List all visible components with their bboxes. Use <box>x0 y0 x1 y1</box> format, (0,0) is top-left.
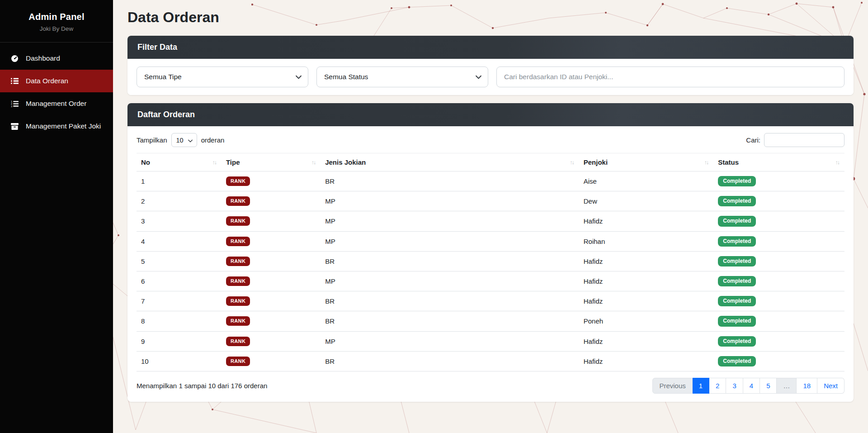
pagination-page-18[interactable]: 18 <box>797 378 817 394</box>
cell-tipe: RANK <box>222 331 321 351</box>
cell-status: Completed <box>713 351 844 371</box>
pagination-page-2[interactable]: 2 <box>709 378 726 394</box>
column-header-penjoki[interactable]: Penjoki↑↓ <box>579 153 714 171</box>
pagination-page-4[interactable]: 4 <box>743 378 760 394</box>
tipe-filter-select[interactable]: Semua Tipe <box>137 67 308 87</box>
cell-status: Completed <box>713 211 844 231</box>
gauge-icon <box>10 55 19 62</box>
cell-tipe: RANK <box>222 291 321 311</box>
cell-no: 3 <box>137 211 222 231</box>
cell-status: Completed <box>713 331 844 351</box>
cell-jenis: BR <box>321 251 579 271</box>
orders-card-body: Tampilkan 10 orderan Cari: <box>127 126 854 402</box>
table-row: 8 RANK BR Poneh Completed <box>137 311 844 331</box>
sort-icon: ↑↓ <box>311 159 316 166</box>
tipe-badge: RANK <box>226 357 250 366</box>
cell-penjoki: Hafidz <box>579 251 714 271</box>
sort-icon: ↑↓ <box>212 159 217 166</box>
status-badge: Completed <box>718 336 756 347</box>
cell-status: Completed <box>713 251 844 271</box>
tipe-badge: RANK <box>226 176 250 186</box>
sidebar-item-label: Management Order <box>26 100 86 108</box>
sidebar-item-management-order[interactable]: 123 Management Order <box>0 92 113 115</box>
pagination-next[interactable]: Next <box>817 378 844 394</box>
table-row: 3 RANK MP Hafidz Completed <box>137 211 844 231</box>
tipe-badge: RANK <box>226 237 250 246</box>
column-header-no[interactable]: No↑↓ <box>137 153 222 171</box>
cell-tipe: RANK <box>222 351 321 371</box>
cell-penjoki: Hafidz <box>579 211 714 231</box>
filter-card-header: Filter Data <box>127 36 854 59</box>
sidebar-item-data-orderan[interactable]: Data Orderan <box>0 70 113 92</box>
cell-penjoki: Dew <box>579 191 714 211</box>
status-badge: Completed <box>718 256 756 266</box>
status-badge: Completed <box>718 316 756 326</box>
sidebar-item-dashboard[interactable]: Dashboard <box>0 47 113 70</box>
sidebar-item-management-paket-joki[interactable]: Management Paket Joki <box>0 115 113 138</box>
orders-card: Daftar Orderan Tampilkan 10 orderan Cari… <box>127 103 854 402</box>
pagination-ellipsis: … <box>777 378 797 394</box>
table-info: Menampilkan 1 sampai 10 dari 176 orderan <box>137 382 267 390</box>
cell-no: 7 <box>137 291 222 311</box>
sidebar: Admin Panel Joki By Dew Dashboard Data O… <box>0 0 113 433</box>
pagination: Previous 1 2 3 4 5 … 18 Next <box>652 378 844 394</box>
cell-jenis: MP <box>321 271 579 291</box>
cell-tipe: RANK <box>222 211 321 231</box>
tipe-badge: RANK <box>226 216 250 226</box>
pagination-page-5[interactable]: 5 <box>760 378 777 394</box>
table-search-input[interactable] <box>764 133 844 147</box>
tipe-filter-value: Semua Tipe <box>144 73 182 81</box>
cell-no: 2 <box>137 191 222 211</box>
cell-penjoki: Hafidz <box>579 271 714 291</box>
sidebar-item-label: Management Paket Joki <box>26 122 101 130</box>
length-label-after: orderan <box>201 136 225 144</box>
cell-tipe: RANK <box>222 271 321 291</box>
cell-jenis: BR <box>321 291 579 311</box>
status-badge: Completed <box>718 196 756 206</box>
cell-no: 10 <box>137 351 222 371</box>
sidebar-header: Admin Panel Joki By Dew <box>0 0 113 43</box>
table-row: 2 RANK MP Dew Completed <box>137 191 844 211</box>
page-length-select[interactable]: 10 <box>171 133 197 147</box>
column-header-tipe[interactable]: Tipe↑↓ <box>222 153 321 171</box>
sort-icon: ↑↓ <box>835 159 840 166</box>
column-header-jenis-jokian[interactable]: Jenis Jokian↑↓ <box>321 153 579 171</box>
pagination-page-1[interactable]: 1 <box>693 378 709 394</box>
table-row: 5 RANK BR Hafidz Completed <box>137 251 844 271</box>
table-row: 7 RANK BR Hafidz Completed <box>137 291 844 311</box>
status-badge: Completed <box>718 276 756 286</box>
tipe-badge: RANK <box>226 296 250 306</box>
cell-status: Completed <box>713 271 844 291</box>
table-row: 10 RANK BR Hafidz Completed <box>137 351 844 371</box>
column-header-status[interactable]: Status↑↓ <box>713 153 844 171</box>
chevron-down-icon <box>476 73 481 81</box>
cell-status: Completed <box>713 311 844 331</box>
cell-jenis: MP <box>321 191 579 211</box>
tipe-badge: RANK <box>226 257 250 266</box>
sidebar-item-label: Dashboard <box>26 54 60 62</box>
status-badge: Completed <box>718 236 756 247</box>
cell-penjoki: Roihan <box>579 231 714 251</box>
cell-status: Completed <box>713 231 844 251</box>
cell-penjoki: Hafidz <box>579 351 714 371</box>
page-length-control: Tampilkan 10 orderan <box>137 133 224 147</box>
pagination-page-3[interactable]: 3 <box>726 378 743 394</box>
cell-tipe: RANK <box>222 311 321 331</box>
table-search-control: Cari: <box>746 133 844 147</box>
cell-penjoki: Hafidz <box>579 331 714 351</box>
filter-search-input[interactable] <box>496 67 844 87</box>
cell-no: 4 <box>137 231 222 251</box>
table-row: 1 RANK BR Aise Completed <box>137 171 844 191</box>
cell-penjoki: Poneh <box>579 311 714 331</box>
tipe-badge: RANK <box>226 276 250 286</box>
table-row: 4 RANK MP Roihan Completed <box>137 231 844 251</box>
sort-icon: ↑↓ <box>704 159 709 166</box>
cell-no: 6 <box>137 271 222 291</box>
cell-no: 9 <box>137 331 222 351</box>
table-search-label: Cari: <box>746 136 760 144</box>
page-length-value: 10 <box>176 137 184 144</box>
cell-jenis: MP <box>321 211 579 231</box>
cell-no: 5 <box>137 251 222 271</box>
status-filter-select[interactable]: Semua Status <box>316 67 488 87</box>
table-row: 6 RANK MP Hafidz Completed <box>137 271 844 291</box>
